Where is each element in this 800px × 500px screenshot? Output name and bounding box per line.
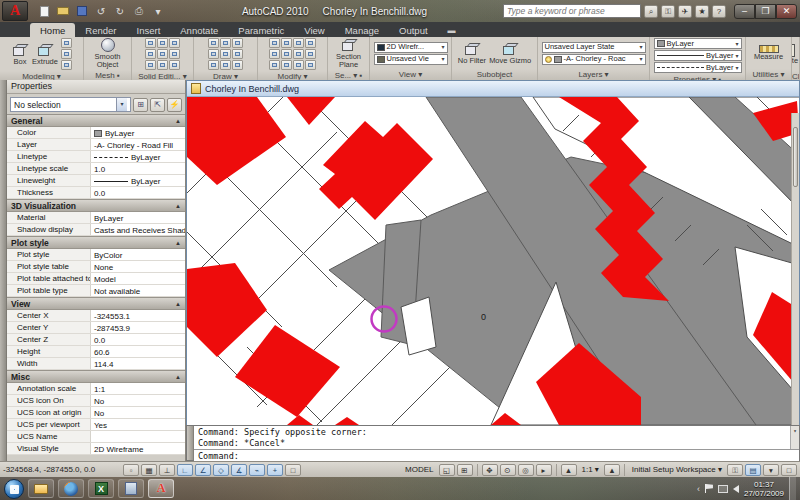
application-menu-button[interactable]: A bbox=[2, 1, 28, 21]
section-header[interactable]: General▲ bbox=[7, 114, 185, 127]
qat-dropdown-icon[interactable]: ▾ bbox=[150, 4, 166, 18]
map-canvas[interactable]: 0 bbox=[187, 97, 799, 425]
panel-label-layers[interactable]: Layers ▾ bbox=[538, 69, 649, 80]
restore-button[interactable]: ❐ bbox=[755, 4, 776, 19]
favorites-icon[interactable]: ★ bbox=[695, 5, 709, 18]
tool-icon[interactable] bbox=[305, 60, 316, 70]
lock-icon[interactable]: ⚿ bbox=[727, 464, 743, 476]
property-row[interactable]: UCS per viewportYes bbox=[7, 419, 185, 431]
layer-state-combo[interactable]: Unsaved Layer State▾ bbox=[542, 42, 646, 53]
action-center-icon[interactable] bbox=[705, 484, 713, 493]
layer-combo[interactable]: -A- Chorley - Roac▾ bbox=[542, 54, 646, 65]
property-row[interactable]: Height60.6 bbox=[7, 346, 185, 358]
tool-icon[interactable] bbox=[232, 49, 243, 59]
drawing-vertical-scrollbar[interactable] bbox=[791, 113, 799, 441]
property-row[interactable]: LinetypeByLayer bbox=[7, 151, 185, 163]
panel-label-section[interactable]: Se... ▾ ▪ bbox=[328, 70, 369, 80]
tool-icon[interactable] bbox=[208, 49, 219, 59]
tool-icon[interactable] bbox=[293, 60, 304, 70]
section-header[interactable]: View▲ bbox=[7, 297, 185, 310]
measure-button[interactable]: Measure bbox=[754, 45, 783, 61]
command-history[interactable]: Command: Specify opposite corner: Comman… bbox=[194, 426, 799, 450]
ribbon-minimize-icon[interactable]: ▬ bbox=[448, 26, 456, 37]
firefox-taskbar-icon[interactable] bbox=[58, 479, 84, 498]
tool-icon[interactable] bbox=[157, 38, 168, 48]
panel-label-utilities[interactable]: Utilities ▾ bbox=[746, 69, 791, 80]
no-filter-button[interactable]: No Filter bbox=[458, 42, 486, 65]
section-header[interactable]: Misc▲ bbox=[7, 370, 185, 383]
infer-constraints-icon[interactable]: ▫ bbox=[123, 464, 139, 476]
panel-label-view[interactable]: View ▾ bbox=[370, 69, 451, 80]
steering-wheel-icon[interactable]: ◎ bbox=[518, 464, 534, 476]
tool-icon[interactable] bbox=[145, 49, 156, 59]
panel-label-mesh[interactable]: Mesh ▪ bbox=[84, 70, 131, 80]
tool-icon[interactable] bbox=[269, 60, 280, 70]
show-desktop-button[interactable] bbox=[789, 477, 796, 500]
volume-icon[interactable] bbox=[733, 485, 739, 493]
extrude-button[interactable]: Extrude bbox=[32, 43, 58, 66]
tab-manage[interactable]: Manage bbox=[335, 23, 389, 37]
start-button[interactable] bbox=[4, 479, 24, 499]
object-color-combo[interactable]: ByLayer▾ bbox=[654, 38, 742, 49]
property-row[interactable]: UCS icon at originNo bbox=[7, 407, 185, 419]
save-icon[interactable] bbox=[74, 4, 90, 18]
property-row[interactable]: Plot styleByColor bbox=[7, 249, 185, 261]
tool-icon[interactable] bbox=[145, 60, 156, 70]
tab-insert[interactable]: Insert bbox=[127, 23, 171, 37]
tab-parametric[interactable]: Parametric bbox=[228, 23, 294, 37]
new-icon[interactable] bbox=[36, 4, 52, 18]
quick-view-icon[interactable]: ⊞ bbox=[457, 464, 473, 476]
undo-icon[interactable]: ↺ bbox=[93, 4, 109, 18]
workspace-switcher[interactable]: Initial Setup Workspace ▾ bbox=[629, 465, 725, 474]
ortho-icon[interactable]: ∟ bbox=[177, 464, 193, 476]
panel-label-clipboard[interactable]: Clipboard bbox=[792, 71, 799, 80]
tab-render[interactable]: Render bbox=[75, 23, 126, 37]
property-row[interactable]: Center X-324553.1 bbox=[7, 310, 185, 322]
tab-annotate[interactable]: Annotate bbox=[170, 23, 228, 37]
zoom-icon[interactable]: ⊙ bbox=[500, 464, 516, 476]
model-button[interactable]: MODEL bbox=[402, 465, 436, 474]
plot-icon[interactable]: ⎙ bbox=[131, 4, 147, 18]
osnap-icon[interactable]: ◇ bbox=[213, 464, 229, 476]
tray-expand-icon[interactable]: ‹ bbox=[697, 484, 700, 494]
tool-icon[interactable] bbox=[61, 49, 72, 59]
property-row[interactable]: UCS icon OnNo bbox=[7, 395, 185, 407]
tool-icon[interactable] bbox=[61, 38, 72, 48]
panel-label-subobject[interactable]: Subobject bbox=[452, 69, 537, 80]
property-row[interactable]: MaterialByLayer bbox=[7, 212, 185, 224]
tool-icon[interactable] bbox=[269, 49, 280, 59]
taskbar-clock[interactable]: 01:37 27/07/2009 bbox=[744, 480, 784, 498]
autocad-taskbar-icon[interactable]: A bbox=[148, 479, 174, 498]
dyn-icon[interactable]: + bbox=[267, 464, 283, 476]
help-icon[interactable]: ? bbox=[712, 5, 726, 18]
drawing-title-bar[interactable]: Chorley In Benchill.dwg bbox=[187, 81, 799, 97]
ducs-icon[interactable]: ⌁ bbox=[249, 464, 265, 476]
smooth-object-button[interactable]: Smooth Object bbox=[86, 38, 129, 69]
property-row[interactable]: ColorByLayer bbox=[7, 127, 185, 139]
panel-label-modify[interactable]: Modify ▾ bbox=[258, 71, 327, 80]
polar-icon[interactable]: ∠ bbox=[195, 464, 211, 476]
toggle-pickadd-icon[interactable]: ⊞ bbox=[133, 98, 148, 112]
network-icon[interactable] bbox=[718, 485, 728, 493]
grid-icon[interactable]: ⊥ bbox=[159, 464, 175, 476]
tool-icon[interactable] bbox=[293, 38, 304, 48]
property-row[interactable]: Center Y-287453.9 bbox=[7, 322, 185, 334]
tool-icon[interactable] bbox=[305, 38, 316, 48]
tool-icon[interactable] bbox=[281, 60, 292, 70]
communication-icon[interactable]: ✈ bbox=[678, 5, 692, 18]
paste-button[interactable]: Paste bbox=[792, 44, 798, 65]
tool-icon[interactable] bbox=[232, 38, 243, 48]
explorer-taskbar-icon[interactable] bbox=[28, 479, 54, 498]
tool-icon[interactable] bbox=[157, 60, 168, 70]
tool-icon[interactable] bbox=[208, 60, 219, 70]
tool-icon[interactable] bbox=[169, 60, 180, 70]
property-row[interactable]: Center Z0.0 bbox=[7, 334, 185, 346]
property-row[interactable]: UCS Name bbox=[7, 431, 185, 443]
tool-icon[interactable] bbox=[220, 49, 231, 59]
property-row[interactable]: Shadow displayCasts and Receives Shadows bbox=[7, 224, 185, 236]
lwt-icon[interactable]: □ bbox=[285, 464, 301, 476]
tool-icon[interactable] bbox=[220, 60, 231, 70]
section-plane-button[interactable]: Section Plane bbox=[330, 38, 367, 69]
tool-icon[interactable] bbox=[269, 38, 280, 48]
select-objects-icon[interactable]: ⇱ bbox=[150, 98, 165, 112]
